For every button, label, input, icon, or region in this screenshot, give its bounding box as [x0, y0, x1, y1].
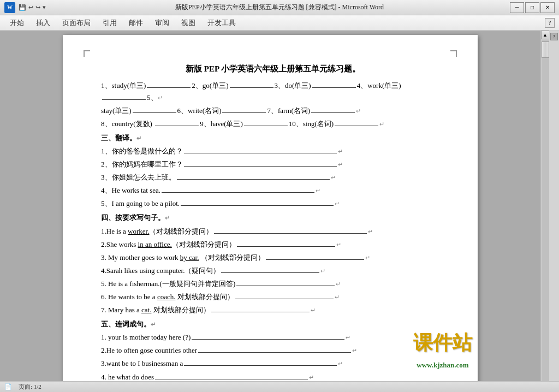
- redo-btn[interactable]: ↪: [35, 4, 40, 11]
- fill8[interactable]: [155, 126, 199, 126]
- page-icon: 📄: [4, 383, 12, 390]
- section1-line3: 8、country(复数) 9、have(单三)10、sing(名词)↵: [101, 118, 445, 130]
- s4-item2: 2.She works in an office.（对划线部分提问）↵: [101, 239, 445, 251]
- menu-review[interactable]: 审阅: [150, 16, 175, 29]
- fill-s3-1[interactable]: [184, 153, 337, 153]
- undo-btn[interactable]: ↩: [28, 4, 33, 11]
- corner-tr: [450, 50, 457, 57]
- title-bar-left: W 💾 ↩ ↪ ▾: [4, 2, 46, 13]
- window-controls: ─ □ ✕: [510, 2, 555, 13]
- watermark: 课件站 www.kjzhan.com: [413, 326, 472, 371]
- fill-s3-4[interactable]: [162, 192, 314, 193]
- s3-item1: 1、你的爸爸是做什么的？↵: [101, 145, 445, 157]
- help-sidebar-icon[interactable]: ?: [550, 33, 558, 40]
- page-count: 页面: 1/2: [19, 383, 41, 391]
- fill6[interactable]: [222, 112, 266, 113]
- document-page: 新版 PEP 小学英语六年级上册第五单元练习题。 1、study(单三)2、go…: [63, 35, 478, 388]
- underline-office: in an office.: [138, 240, 172, 248]
- s4-item7: 7. Mary has a cat. 对划线部分提问）↵: [101, 304, 445, 316]
- section4-header: 四、按要求写句子。↵: [101, 212, 445, 224]
- menu-home[interactable]: 开始: [4, 16, 29, 29]
- fill-s4-6[interactable]: [235, 299, 334, 299]
- s4-item1: 1.He is a worker.（对划线部分提问）↵: [101, 225, 445, 237]
- main-area: 新版 PEP 小学英语六年级上册第五单元练习题。 1、study(单三)2、go…: [0, 31, 559, 392]
- underline-bycar: by car.: [180, 253, 199, 262]
- menu-mail[interactable]: 邮件: [123, 16, 148, 29]
- fill-s4-5[interactable]: [236, 286, 335, 286]
- scroll-up-btn[interactable]: ▲: [541, 31, 550, 39]
- corner-tl: [84, 50, 90, 57]
- underline-cat: cat.: [141, 306, 151, 314]
- s5-item2: 2.He to often gose countries other↵: [101, 345, 445, 357]
- section1-line2: stay(单三)6、write(名词)7、farm(名词)↵: [101, 105, 445, 117]
- section1-line1: 1、study(单三)2、go(单三)3、do(单三)4、work(单三)5、↵: [101, 80, 445, 104]
- s4-item4: 4.Sarah likes using computer.（疑问句）↵: [101, 265, 445, 277]
- doc-title: 新版 PEP 小学英语六年级上册第五单元练习题。: [101, 62, 445, 76]
- scroll-track[interactable]: [542, 40, 549, 382]
- fill2[interactable]: [230, 87, 273, 88]
- s5-item3: 3.want be to I businessman a↵: [101, 358, 445, 370]
- section5-header: 五、连词成句。↵: [101, 318, 445, 330]
- vertical-scrollbar: ▲ ▼: [540, 31, 549, 392]
- fill-s5-2[interactable]: [198, 352, 351, 353]
- watermark-url: www.kjzhan.com: [413, 359, 472, 371]
- fill-s5-3[interactable]: [184, 365, 337, 366]
- window-title: 新版PEP小学英语六年级上册第五单元练习题 [兼容模式] - Microsoft…: [175, 3, 384, 12]
- quick-access: 💾 ↩ ↪ ▾: [19, 4, 46, 11]
- menu-devtools[interactable]: 开发工具: [202, 16, 241, 29]
- right-sidebar: ?: [549, 31, 559, 392]
- s4-item6: 6. He wants to be a coach. 对划线部分提问）↵: [101, 291, 445, 303]
- fill-s3-5[interactable]: [181, 205, 334, 206]
- section3-header: 三、翻译。↵: [101, 132, 445, 144]
- save-quick-btn[interactable]: 💾: [19, 4, 26, 11]
- fill4[interactable]: [102, 99, 146, 100]
- fill-s5-1[interactable]: [192, 339, 344, 340]
- document-area: 新版 PEP 小学英语六年级上册第五单元练习题。 1、study(单三)2、go…: [0, 31, 540, 392]
- title-bar: W 💾 ↩ ↪ ▾ 新版PEP小学英语六年级上册第五单元练习题 [兼容模式] -…: [0, 0, 559, 15]
- fill9[interactable]: [244, 126, 288, 126]
- menu-insert[interactable]: 插入: [31, 16, 56, 29]
- fill5[interactable]: [133, 112, 176, 113]
- word-icon: W: [4, 2, 15, 13]
- fill-s3-3[interactable]: [177, 179, 330, 180]
- menu-references[interactable]: 引用: [97, 16, 122, 29]
- dropdown-arrow[interactable]: ▾: [43, 4, 46, 11]
- s4-item5: 5. He is a fisherman.(一般疑问句并肯定回答)↵: [101, 278, 445, 290]
- underline-coach: coach.: [157, 293, 176, 301]
- fill-s3-2[interactable]: [184, 166, 337, 167]
- s3-item5: 5、I am going to be a pilot.↵: [101, 198, 445, 210]
- fill7[interactable]: [311, 112, 355, 113]
- close-btn[interactable]: ✕: [540, 2, 555, 13]
- s3-item2: 2、你的妈妈在哪里工作？↵: [101, 158, 445, 170]
- fill10[interactable]: [335, 126, 378, 126]
- s5-item1: 1. your is mother today here (?)↵: [101, 331, 445, 343]
- fill3[interactable]: [312, 87, 356, 88]
- scroll-thumb[interactable]: [542, 41, 549, 58]
- fill-s5-4[interactable]: [155, 379, 308, 379]
- s3-item4: 4、He works tat sea.↵: [101, 185, 445, 197]
- fill1[interactable]: [147, 87, 191, 88]
- help-icon[interactable]: ?: [545, 18, 555, 28]
- minimize-btn[interactable]: ─: [510, 2, 524, 13]
- fill-s4-2[interactable]: [237, 246, 335, 247]
- s3-item3: 3、你姐姐怎么去上班。↵: [101, 171, 445, 183]
- fill-s4-3[interactable]: [266, 259, 364, 260]
- fill-s4-4[interactable]: [221, 272, 319, 273]
- menu-layout[interactable]: 页面布局: [57, 16, 96, 29]
- status-bar: 📄 页面: 1/2: [0, 381, 559, 392]
- fill-s4-7[interactable]: [211, 312, 310, 312]
- watermark-text: 课件站: [413, 326, 472, 359]
- underline-worker: worker.: [128, 227, 149, 235]
- menu-bar: 开始 插入 页面布局 引用 邮件 审阅 视图 开发工具 ?: [0, 15, 559, 31]
- menu-view[interactable]: 视图: [176, 16, 201, 29]
- s4-item3: 3. My mother goes to work by car. （对划线部分…: [101, 252, 445, 264]
- maximize-btn[interactable]: □: [525, 2, 539, 13]
- fill-s4-1[interactable]: [214, 233, 367, 234]
